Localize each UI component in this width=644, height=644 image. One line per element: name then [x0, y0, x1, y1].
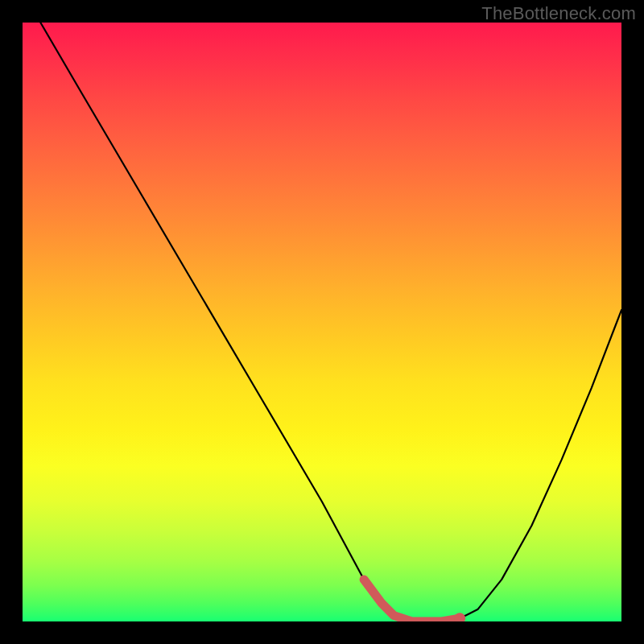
optimal-end-dot [454, 613, 465, 621]
curve-group [40, 23, 621, 621]
plot-area [23, 23, 621, 621]
optimal-range-highlight [364, 580, 460, 621]
watermark-text: TheBottleneck.com [481, 3, 636, 24]
chart-container: TheBottleneck.com [0, 0, 644, 644]
bottleneck-curve-line [40, 23, 621, 621]
curve-svg [23, 23, 621, 621]
